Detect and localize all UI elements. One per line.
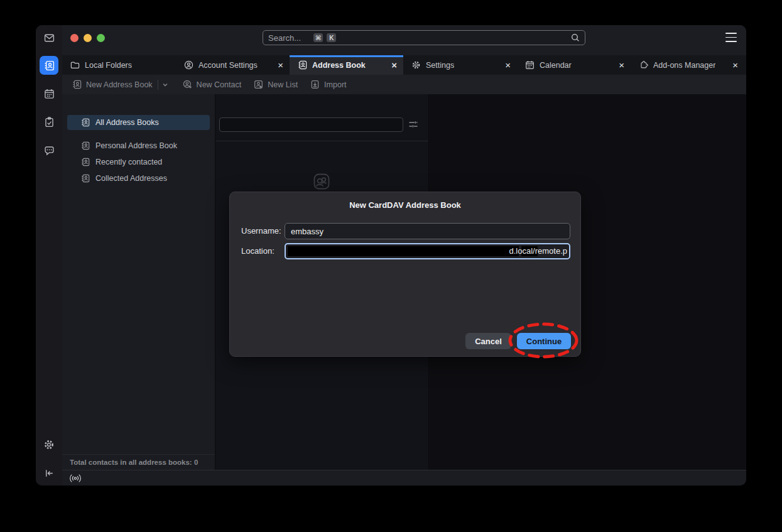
tab-label: Local Folders bbox=[85, 61, 132, 70]
search-icon bbox=[571, 33, 580, 42]
spaces-toolbar bbox=[36, 25, 62, 486]
new-contact-label: New Contact bbox=[197, 80, 242, 89]
contacts-count-text: Total contacts in all address books: 0 bbox=[70, 459, 198, 466]
cancel-button[interactable]: Cancel bbox=[465, 333, 511, 349]
search-input[interactable] bbox=[268, 33, 310, 43]
new-list-label: New List bbox=[268, 80, 298, 89]
new-contact-icon bbox=[183, 80, 192, 89]
global-search-field[interactable]: ⌘ K bbox=[263, 30, 585, 45]
tab-calendar[interactable]: Calendar × bbox=[517, 55, 631, 75]
new-list-icon bbox=[254, 80, 263, 89]
contacts-count-footer: Total contacts in all address books: 0 bbox=[62, 454, 215, 470]
chat-icon bbox=[44, 145, 55, 156]
book-item-label: Recently contacted bbox=[95, 158, 162, 166]
tab-local-folders[interactable]: Local Folders bbox=[62, 55, 176, 75]
import-icon bbox=[310, 80, 320, 89]
address-book-icon bbox=[40, 56, 58, 75]
address-book-icon bbox=[81, 174, 90, 183]
username-label: Username: bbox=[241, 223, 281, 239]
address-book-icon bbox=[81, 158, 90, 166]
close-tab-icon[interactable]: × bbox=[391, 60, 397, 70]
contacts-search-input[interactable] bbox=[219, 117, 403, 132]
tab-bar: Local Folders Account Settings × Address… bbox=[62, 55, 746, 75]
import-button[interactable]: Import bbox=[310, 80, 346, 89]
mail-icon bbox=[44, 33, 55, 43]
gear-icon bbox=[411, 60, 421, 70]
tab-addons-manager[interactable]: Add-ons Manager × bbox=[631, 55, 744, 75]
display-options-icon[interactable] bbox=[408, 119, 419, 130]
address-book-space-button[interactable] bbox=[36, 55, 62, 75]
new-contact-button[interactable]: New Contact bbox=[183, 80, 242, 89]
new-address-book-icon bbox=[72, 80, 82, 89]
close-tab-icon[interactable]: × bbox=[732, 60, 738, 70]
tab-label: Add-ons Manager bbox=[653, 61, 715, 70]
book-item-label: All Address Books bbox=[95, 118, 159, 127]
address-book-icon bbox=[298, 60, 307, 70]
book-item-all-address-books[interactable]: All Address Books bbox=[67, 115, 210, 130]
tasks-space-button[interactable] bbox=[36, 112, 62, 132]
close-window-button[interactable] bbox=[70, 34, 79, 42]
mail-space-button[interactable] bbox=[36, 28, 62, 48]
close-tab-icon[interactable]: × bbox=[505, 60, 511, 70]
k-key-badge: K bbox=[327, 33, 336, 42]
app-window: ⌘ K Local Folders Acco bbox=[36, 25, 746, 486]
dialog-title: New CardDAV Address Book bbox=[230, 200, 580, 210]
maximize-window-button[interactable] bbox=[97, 34, 105, 42]
address-book-icon bbox=[81, 141, 90, 150]
divider bbox=[215, 141, 428, 141]
close-tab-icon[interactable]: × bbox=[619, 60, 624, 70]
toolbar-separator bbox=[158, 80, 158, 90]
tab-address-book[interactable]: Address Book × bbox=[290, 55, 403, 75]
new-address-book-label: New Address Book bbox=[86, 80, 153, 89]
location-visible-text: d.local/remote.p bbox=[509, 244, 568, 258]
chat-space-button[interactable] bbox=[36, 140, 62, 160]
titlebar: ⌘ K bbox=[62, 25, 746, 55]
tab-label: Address Book bbox=[312, 61, 366, 70]
spaces-settings-button[interactable] bbox=[36, 435, 62, 455]
radio-signal-icon[interactable] bbox=[69, 474, 82, 483]
tab-label: Account Settings bbox=[198, 61, 258, 70]
book-item-label: Personal Address Book bbox=[95, 141, 177, 150]
collapse-icon bbox=[44, 468, 55, 479]
settings-gear-icon bbox=[43, 439, 55, 450]
new-address-book-button[interactable]: New Address Book bbox=[72, 80, 153, 89]
contacts-placeholder-icon bbox=[313, 173, 330, 190]
tab-account-settings[interactable]: Account Settings × bbox=[176, 55, 290, 75]
calendar-icon bbox=[44, 89, 55, 99]
address-book-icon bbox=[81, 118, 90, 127]
account-icon bbox=[184, 60, 193, 70]
username-field[interactable] bbox=[285, 223, 570, 239]
close-tab-icon[interactable]: × bbox=[278, 60, 283, 70]
tab-settings[interactable]: Settings × bbox=[403, 55, 517, 75]
tab-label: Calendar bbox=[540, 61, 572, 70]
import-label: Import bbox=[324, 80, 346, 89]
redaction-bar bbox=[288, 246, 519, 256]
tab-label: Settings bbox=[426, 61, 454, 70]
collapse-spaces-button[interactable] bbox=[36, 463, 62, 483]
book-item-personal-address-book[interactable]: Personal Address Book bbox=[67, 138, 210, 153]
calendar-icon bbox=[525, 60, 535, 70]
address-book-toolbar: New Address Book New Contact New List bbox=[62, 75, 746, 94]
book-item-label: Collected Addresses bbox=[95, 174, 167, 183]
address-books-pane: All Address Books Personal Address Book … bbox=[62, 94, 215, 470]
book-item-collected-addresses[interactable]: Collected Addresses bbox=[67, 171, 210, 186]
status-bar bbox=[62, 470, 746, 486]
new-list-button[interactable]: New List bbox=[254, 80, 298, 89]
tasks-icon bbox=[44, 117, 55, 128]
location-label: Location: bbox=[241, 243, 274, 259]
location-field[interactable]: d.local/remote.p bbox=[285, 243, 570, 259]
folder-icon bbox=[70, 60, 80, 70]
new-carddav-dialog: New CardDAV Address Book Username: Locat… bbox=[229, 192, 581, 357]
hamburger-menu-icon[interactable] bbox=[725, 33, 737, 42]
minimize-window-button[interactable] bbox=[84, 34, 92, 42]
puzzle-icon bbox=[639, 60, 648, 70]
continue-button[interactable]: Continue bbox=[517, 333, 571, 349]
calendar-space-button[interactable] bbox=[36, 84, 62, 104]
command-key-badge: ⌘ bbox=[313, 33, 323, 42]
chevron-down-icon[interactable] bbox=[161, 81, 169, 89]
book-item-recently-contacted[interactable]: Recently contacted bbox=[67, 155, 210, 170]
